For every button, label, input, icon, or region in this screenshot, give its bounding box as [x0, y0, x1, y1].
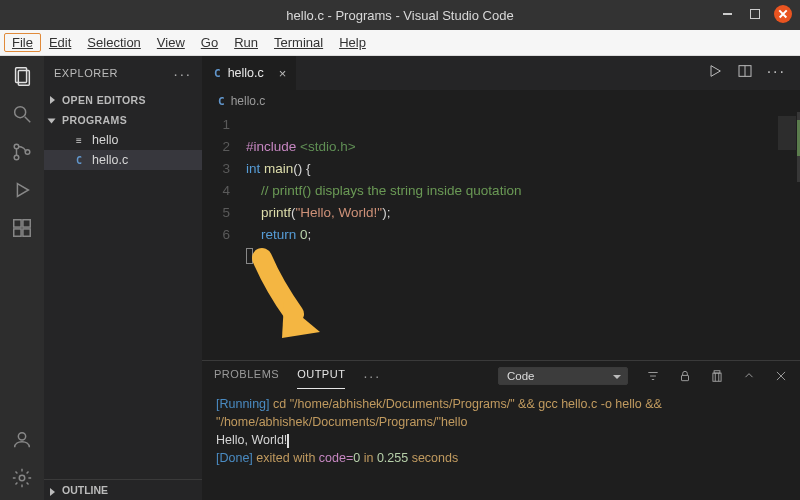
svg-point-5 [14, 155, 19, 160]
explorer-title: EXPLORER [54, 67, 118, 79]
c-file-icon: C [218, 95, 225, 108]
maximize-panel-icon[interactable] [742, 369, 756, 383]
menu-view[interactable]: View [149, 33, 193, 52]
tab-label: hello.c [228, 66, 264, 80]
menu-run[interactable]: Run [226, 33, 266, 52]
svg-rect-20 [682, 375, 689, 380]
run-debug-icon[interactable] [10, 178, 34, 202]
menu-go[interactable]: Go [193, 33, 226, 52]
close-window-button[interactable] [774, 5, 792, 23]
filter-icon[interactable] [646, 369, 660, 383]
window-title: hello.c - Programs - Visual Studio Code [286, 8, 513, 23]
maximize-button[interactable] [746, 5, 764, 23]
file-icon: ≡ [72, 133, 86, 147]
editor-group: C hello.c × ··· C hello.c 1 2 3 4 5 6 [202, 56, 800, 500]
menu-help[interactable]: Help [331, 33, 374, 52]
svg-line-3 [25, 117, 31, 123]
svg-rect-8 [14, 220, 21, 227]
explorer-icon[interactable] [10, 64, 34, 88]
menu-selection[interactable]: Selection [79, 33, 148, 52]
window-controls [718, 5, 792, 23]
explorer-header: EXPLORER ··· [44, 56, 202, 90]
minimize-button[interactable] [718, 5, 736, 23]
split-editor-icon[interactable] [737, 63, 753, 83]
file-name: hello [92, 133, 118, 147]
svg-point-12 [18, 433, 25, 440]
extensions-icon[interactable] [10, 216, 34, 240]
bottom-panel: PROBLEMS OUTPUT ··· Code [Running] cd "/… [202, 360, 800, 500]
main-area: EXPLORER ··· OPEN EDITORS PROGRAMS ≡ hel… [0, 56, 800, 500]
explorer-more-icon[interactable]: ··· [173, 65, 192, 82]
svg-marker-7 [17, 184, 28, 197]
breadcrumb-file: hello.c [231, 94, 266, 108]
outline-section[interactable]: OUTLINE [44, 479, 202, 500]
panel-tabs: PROBLEMS OUTPUT ··· Code [202, 361, 800, 391]
lock-icon[interactable] [678, 369, 692, 383]
cursor [246, 248, 253, 264]
code-editor[interactable]: 1 2 3 4 5 6 #include <stdio.h> int main(… [202, 112, 800, 360]
activity-bar [0, 56, 44, 500]
svg-rect-11 [23, 229, 30, 236]
clear-output-icon[interactable] [710, 369, 724, 383]
minimap[interactable] [774, 112, 800, 360]
explorer-sidebar: EXPLORER ··· OPEN EDITORS PROGRAMS ≡ hel… [44, 56, 202, 500]
editor-more-icon[interactable]: ··· [767, 63, 786, 83]
svg-point-4 [14, 144, 19, 149]
breadcrumb[interactable]: C hello.c [202, 90, 800, 112]
tab-hello-c[interactable]: C hello.c × [202, 56, 297, 90]
open-editors-section[interactable]: OPEN EDITORS [44, 90, 202, 110]
panel-tab-output[interactable]: OUTPUT [297, 364, 345, 389]
svg-rect-22 [713, 373, 721, 381]
menu-file[interactable]: File [4, 33, 41, 52]
c-file-icon: C [214, 67, 221, 80]
file-name: hello.c [92, 153, 128, 167]
svg-rect-10 [14, 229, 21, 236]
tab-bar: C hello.c × ··· [202, 56, 800, 90]
output-cursor [287, 434, 289, 448]
project-section[interactable]: PROGRAMS [44, 110, 202, 130]
c-file-icon: C [72, 153, 86, 167]
panel-tab-problems[interactable]: PROBLEMS [214, 364, 279, 388]
output-body[interactable]: [Running] cd "/home/abhishek/Documents/P… [202, 391, 800, 500]
close-tab-icon[interactable]: × [279, 66, 287, 81]
file-item-hello[interactable]: ≡ hello [44, 130, 202, 150]
source-control-icon[interactable] [10, 140, 34, 164]
menu-terminal[interactable]: Terminal [266, 33, 331, 52]
code-content[interactable]: #include <stdio.h> int main() { // print… [246, 112, 521, 360]
svg-point-13 [19, 475, 25, 481]
panel-more-tabs-icon[interactable]: ··· [363, 368, 381, 384]
file-item-hello-c[interactable]: C hello.c [44, 150, 202, 170]
line-gutter: 1 2 3 4 5 6 [202, 112, 246, 360]
account-icon[interactable] [10, 428, 34, 452]
svg-point-2 [15, 107, 26, 118]
output-channel-dropdown[interactable]: Code [498, 367, 628, 385]
settings-gear-icon[interactable] [10, 466, 34, 490]
editor-actions: ··· [707, 63, 800, 83]
svg-marker-14 [711, 66, 720, 77]
menu-edit[interactable]: Edit [41, 33, 79, 52]
close-panel-icon[interactable] [774, 369, 788, 383]
search-icon[interactable] [10, 102, 34, 126]
svg-rect-9 [23, 220, 30, 227]
menu-bar: File Edit Selection View Go Run Terminal… [0, 30, 800, 56]
run-icon[interactable] [707, 63, 723, 83]
title-bar: hello.c - Programs - Visual Studio Code [0, 0, 800, 30]
